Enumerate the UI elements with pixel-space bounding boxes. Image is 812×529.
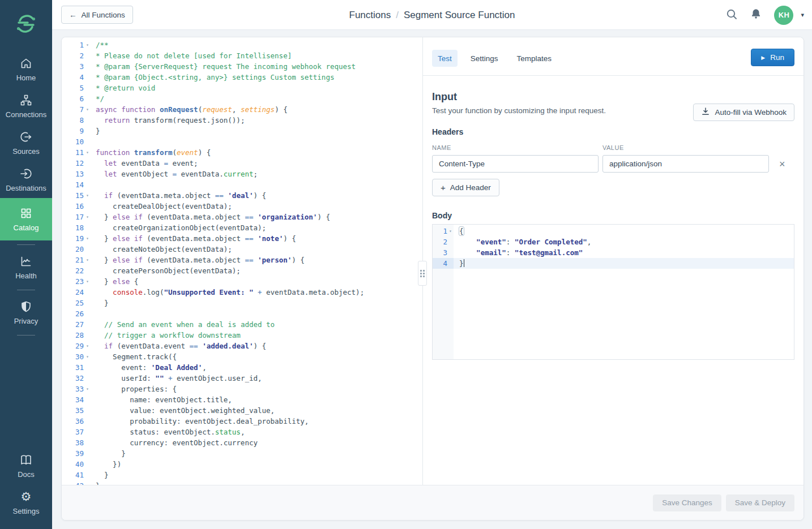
avatar[interactable]: KH <box>774 6 793 25</box>
code-line[interactable]: 1▾{ <box>433 226 794 236</box>
code-line[interactable]: 9} <box>62 126 422 136</box>
code-line[interactable]: 24 console.log("Unsupported Event: " + e… <box>62 287 422 298</box>
sidebar-item-health[interactable]: Health <box>0 249 52 286</box>
sidebar-item-catalog[interactable]: Catalog <box>0 198 52 240</box>
fold-caret-icon[interactable]: ▾ <box>84 104 91 115</box>
sidebar-item-settings[interactable]: ⚙ Settings <box>0 484 52 521</box>
tab-templates[interactable]: Templates <box>511 50 558 67</box>
all-functions-back-button[interactable]: ← All Functions <box>61 6 133 24</box>
code-line[interactable]: 35 value: eventObject.weighted_value, <box>62 405 422 416</box>
autofill-via-webhook-button[interactable]: Auto-fill via Webhook <box>693 104 794 121</box>
code-line[interactable]: 2 "event": "Order Completed", <box>433 236 794 247</box>
code-line[interactable]: 40 }) <box>62 459 422 470</box>
fold-caret-icon[interactable]: ▾ <box>84 233 91 244</box>
add-header-button[interactable]: + Add Header <box>432 179 499 196</box>
code-line[interactable]: 5* @return void <box>62 83 422 93</box>
code-line[interactable]: 6*/ <box>62 93 422 104</box>
code-line[interactable]: 31 event: 'Deal Added', <box>62 362 422 373</box>
breadcrumb-functions[interactable]: Functions <box>349 10 391 21</box>
code-line[interactable]: 32 userId: "" + eventObject.user_id, <box>62 373 422 384</box>
header-row: × <box>432 155 794 173</box>
code-editor[interactable]: 1▾/**2* Please do not delete [used for I… <box>62 37 422 485</box>
sidebar-item-home[interactable]: Home <box>0 51 52 88</box>
fold-caret-icon[interactable]: ▾ <box>84 384 91 394</box>
code-line[interactable]: 41 } <box>62 470 422 480</box>
save-changes-button[interactable]: Save Changes <box>653 494 721 511</box>
fold-caret-icon[interactable]: ▾ <box>84 190 91 201</box>
sidebar-item-label: Destinations <box>0 184 52 192</box>
sidebar-item-connections[interactable]: Connections <box>0 88 52 124</box>
code-line[interactable]: 12 let eventData = event; <box>62 158 422 169</box>
code-line[interactable]: 37 status: eventObject.status, <box>62 427 422 437</box>
fold-caret-icon[interactable]: ▾ <box>84 351 91 362</box>
sidebar-divider <box>17 244 35 245</box>
header-name-input[interactable] <box>432 155 599 173</box>
code-line[interactable]: 8 return transform(request.json()); <box>62 115 422 126</box>
code-line[interactable]: 19▾ } else if (eventData.meta.object == … <box>62 233 422 244</box>
docs-book-icon <box>0 453 52 467</box>
code-line[interactable]: 23▾ } else { <box>62 276 422 287</box>
code-line[interactable]: 34 name: eventObject.title, <box>62 394 422 405</box>
fold-caret-icon[interactable]: ▾ <box>84 341 91 351</box>
code-line[interactable]: 39 } <box>62 448 422 459</box>
drag-dots-icon <box>420 270 425 277</box>
code-line[interactable]: 25 } <box>62 298 422 308</box>
code-line[interactable]: 4} <box>433 258 794 269</box>
code-line[interactable]: 26 <box>62 308 422 319</box>
sidebar-item-privacy[interactable]: Privacy <box>0 294 52 331</box>
back-button-label: All Functions <box>82 11 125 19</box>
pane-splitter-handle[interactable] <box>418 261 427 286</box>
code-line[interactable]: 2* Please do not delete [used for Intell… <box>62 50 422 61</box>
code-line[interactable]: 7▾async function onRequest(request, sett… <box>62 104 422 115</box>
avatar-caret-icon[interactable]: ▾ <box>801 11 804 19</box>
code-line[interactable]: 16 createDealObject(eventData); <box>62 201 422 212</box>
code-line[interactable]: 27 // Send an event when a deal is added… <box>62 319 422 330</box>
segment-logo-icon[interactable] <box>11 9 41 38</box>
code-line[interactable]: 10 <box>62 136 422 147</box>
code-line[interactable]: 28 // trigger a workflow downstream <box>62 330 422 341</box>
sidebar-item-label: Sources <box>0 147 52 156</box>
sidebar-item-destinations[interactable]: Destinations <box>0 161 52 198</box>
code-line[interactable]: 30▾ Segment.track({ <box>62 351 422 362</box>
code-line[interactable]: 22 createPersonObject(eventData); <box>62 265 422 276</box>
fold-caret-icon[interactable]: ▾ <box>84 276 91 287</box>
header-value-input[interactable] <box>602 155 769 173</box>
line-number: 22 <box>62 265 91 276</box>
play-icon: ▶ <box>761 55 765 61</box>
code-line[interactable]: 11▾function transform(event) { <box>62 147 422 158</box>
fold-caret-icon[interactable]: ▾ <box>84 212 91 222</box>
notifications-button[interactable] <box>750 8 762 22</box>
line-number: 37 <box>62 427 91 437</box>
line-number: 6 <box>62 93 91 104</box>
code-line[interactable]: 14 <box>62 179 422 190</box>
search-button[interactable] <box>725 8 738 22</box>
tab-settings[interactable]: Settings <box>465 50 504 67</box>
fold-caret-icon[interactable]: ▾ <box>84 255 91 265</box>
code-line[interactable]: 20 createNoteObject(eventData); <box>62 244 422 255</box>
code-line[interactable]: 38 currency: eventObject.currency <box>62 437 422 448</box>
run-button[interactable]: ▶ Run <box>751 49 794 66</box>
remove-header-button[interactable]: × <box>779 159 785 169</box>
code-line[interactable]: 17▾ } else if (eventData.meta.object == … <box>62 212 422 222</box>
save-and-deploy-button[interactable]: Save & Deploy <box>726 494 794 511</box>
fold-caret-icon[interactable]: ▾ <box>447 226 454 236</box>
code-line[interactable]: 4* @param {Object.<string, any>} setting… <box>62 72 422 83</box>
tab-test[interactable]: Test <box>432 50 458 67</box>
sidebar-item-docs[interactable]: Docs <box>0 448 52 484</box>
fold-caret-icon[interactable]: ▾ <box>84 40 91 50</box>
code-line[interactable]: 36 probability: eventObject.deal_probabi… <box>62 416 422 427</box>
body-json-editor[interactable]: 1▾{2 "event": "Order Completed",3 "email… <box>432 224 794 360</box>
code-line[interactable]: 42} <box>62 480 422 485</box>
code-line[interactable]: 15▾ if (eventData.meta.object == 'deal')… <box>62 190 422 201</box>
code-line[interactable]: 21▾ } else if (eventData.meta.object == … <box>62 255 422 265</box>
code-line[interactable]: 29▾ if (eventData.event == 'added.deal')… <box>62 341 422 351</box>
code-line[interactable]: 18 createOrganizationObject(eventData); <box>62 222 422 233</box>
code-line[interactable]: 33▾ properties: { <box>62 384 422 394</box>
fold-caret-icon[interactable]: ▾ <box>84 147 91 158</box>
line-number: 1▾ <box>62 40 91 50</box>
code-line[interactable]: 3 "email": "test@gmail.com" <box>433 247 794 258</box>
sidebar-item-sources[interactable]: Sources <box>0 124 52 161</box>
code-line[interactable]: 13 let eventObject = eventData.current; <box>62 169 422 179</box>
code-line[interactable]: 3* @param {ServerRequest} request The in… <box>62 61 422 72</box>
code-line[interactable]: 1▾/** <box>62 40 422 50</box>
